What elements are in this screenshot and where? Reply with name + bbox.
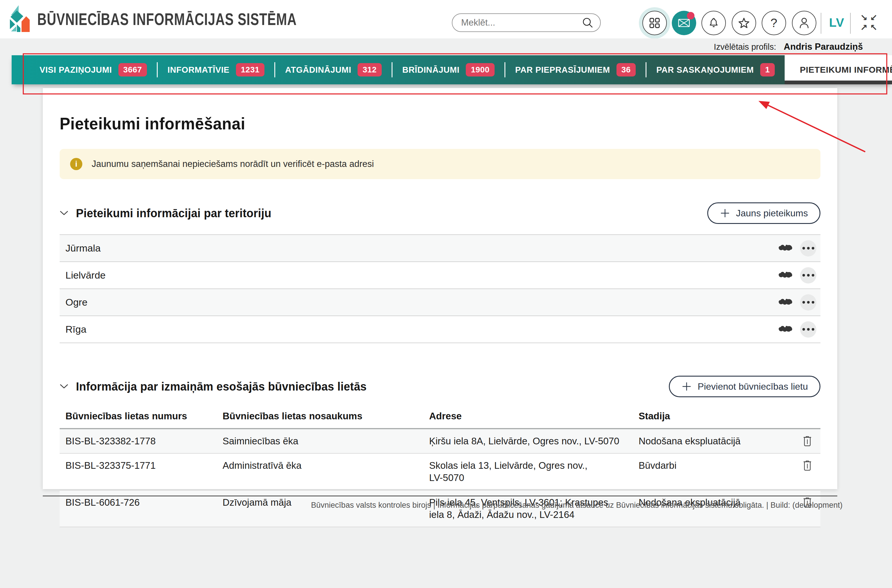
tab-informativie[interactable]: INFORMATĪVIE 1231	[158, 55, 274, 84]
header-divider	[821, 13, 821, 34]
tab-par-saskanojumiem[interactable]: PAR SASKAŅOJUMIEM 1	[646, 55, 785, 84]
header-divider	[850, 13, 851, 34]
footer-divider	[43, 495, 837, 496]
tab-par-pieprasijumiem[interactable]: PAR PIEPRASĪJUMIEM 36	[505, 55, 646, 84]
help-icon[interactable]: ?	[762, 11, 786, 35]
selected-profile-label: Izvēlētais profils:	[714, 42, 776, 52]
logo-title: BŪVNIECĪBAS INFORMĀCIJAS SISTĒMA	[37, 10, 297, 29]
cases-section-title: Informācija par izmaiņām esošajās būvnie…	[76, 380, 366, 393]
territory-row[interactable]: Jūrmala	[60, 234, 820, 261]
count-badge: 312	[357, 63, 381, 76]
tab-visi-pazinojumi[interactable]: VISI PAZIŅOJUMI 3667	[30, 55, 157, 84]
delete-trash-icon[interactable]	[803, 460, 812, 471]
latvia-map-icon[interactable]	[777, 243, 794, 253]
territory-row[interactable]: Ogre	[60, 288, 820, 315]
search-box	[452, 14, 601, 32]
apps-grid-icon[interactable]	[643, 11, 667, 35]
row-actions-menu[interactable]	[800, 267, 816, 284]
latvia-map-icon[interactable]	[777, 270, 794, 280]
chevron-down-icon[interactable]	[60, 210, 68, 216]
top-header: BŪVNIECĪBAS INFORMĀCIJAS SISTĒMA	[0, 0, 892, 38]
footer-text: Būvniecības valsts kontroles birojs | In…	[311, 501, 842, 510]
chevron-down-icon[interactable]	[60, 384, 68, 389]
table-row: BIS-BL-323382-1778 Saimniecības ēka Ķirš…	[60, 429, 820, 453]
collapse-header-icon[interactable]: ↘ ↙ ↗ ↖	[859, 13, 878, 33]
table-row: BIS-BL-323375-1771 Administratīvā ēka Sk…	[60, 453, 820, 490]
count-badge: 36	[617, 63, 636, 76]
language-selector[interactable]: LV	[826, 12, 848, 34]
row-actions-menu[interactable]	[800, 294, 816, 310]
arrow-ne-glyph: ↗	[859, 22, 869, 33]
notifications-bell-icon[interactable]	[701, 11, 726, 35]
delete-trash-icon[interactable]	[803, 436, 812, 447]
info-icon: i	[70, 158, 82, 170]
col-address: Adrese	[429, 411, 638, 422]
territory-row[interactable]: Lielvārde	[60, 261, 820, 288]
table-header-row: Būvniecības lietas numurs Būvniecības li…	[60, 406, 820, 429]
nav-tabs-container: VISI PAZIŅOJUMI 3667 INFORMATĪVIE 1231 A…	[12, 55, 892, 84]
page-title: Pieteikumi informēšanai	[60, 114, 775, 133]
content-card: Pieteikumi informēšanai i Jaunumu saņemš…	[43, 88, 837, 489]
search-input[interactable]	[461, 17, 581, 28]
info-banner: i Jaunumu saņemšanai nepieciešams norādī…	[60, 149, 820, 179]
territory-row[interactable]: Rīga	[60, 315, 820, 343]
info-banner-text: Jaunumu saņemšanai nepieciešams norādīt …	[92, 159, 374, 169]
unread-badge-dot	[687, 12, 694, 20]
row-actions-menu[interactable]	[800, 321, 816, 338]
latvia-map-icon[interactable]	[777, 324, 794, 334]
plus-icon	[681, 381, 692, 392]
col-name: Būvniecības lietas nosaukums	[222, 411, 429, 422]
territory-list: Jūrmala Lielvārde Ogre Rīga	[60, 234, 820, 343]
tab-atgadinajumi[interactable]: ATGĀDINĀJUMI 312	[275, 55, 392, 84]
row-actions-menu[interactable]	[800, 240, 816, 256]
new-application-button[interactable]: Jauns pieteikums	[707, 202, 820, 224]
territory-section-title: Pieteikumi informācijai par teritoriju	[76, 207, 272, 220]
count-badge: 1231	[236, 63, 264, 76]
notifications-nav-bar: VISI PAZIŅOJUMI 3667 INFORMATĪVIE 1231 A…	[12, 55, 892, 84]
user-profile-icon[interactable]	[792, 11, 816, 35]
profile-strip: Izvēlētais profils: Andris Paraudziņš	[0, 38, 892, 55]
selected-profile-name[interactable]: Andris Paraudziņš	[784, 42, 863, 52]
count-badge: 1900	[466, 63, 494, 76]
question-mark-glyph: ?	[770, 16, 777, 30]
count-badge: 3667	[119, 63, 147, 76]
col-number: Būvniecības lietas numurs	[66, 411, 222, 422]
plus-icon	[720, 208, 730, 218]
arrow-sw-glyph: ↙	[869, 13, 878, 22]
add-construction-case-button[interactable]: Pievienot būvniecības lietu	[669, 376, 820, 397]
tab-bridinajumi[interactable]: BRĪDINĀJUMI 1900	[392, 55, 505, 84]
arrow-nw-glyph: ↖	[869, 22, 878, 33]
cases-section-header: Informācija par izmaiņām esošajās būvnie…	[60, 376, 820, 397]
search-icon[interactable]	[581, 16, 594, 29]
arrow-se-glyph: ↘	[859, 13, 869, 22]
logo-mark-icon	[9, 4, 30, 34]
favorites-star-icon[interactable]	[732, 11, 756, 35]
count-badge: 1	[760, 63, 775, 76]
tab-pieteikumi-informesanai-active[interactable]: PIETEIKUMI INFORMĒŠANAI	[785, 55, 892, 84]
territory-section-header: Pieteikumi informācijai par teritoriju J…	[60, 202, 820, 224]
messages-icon[interactable]	[672, 11, 696, 35]
app-logo[interactable]: BŪVNIECĪBAS INFORMĀCIJAS SISTĒMA	[9, 4, 370, 34]
col-stage: Stadija	[638, 411, 790, 422]
latvia-map-icon[interactable]	[777, 297, 794, 307]
